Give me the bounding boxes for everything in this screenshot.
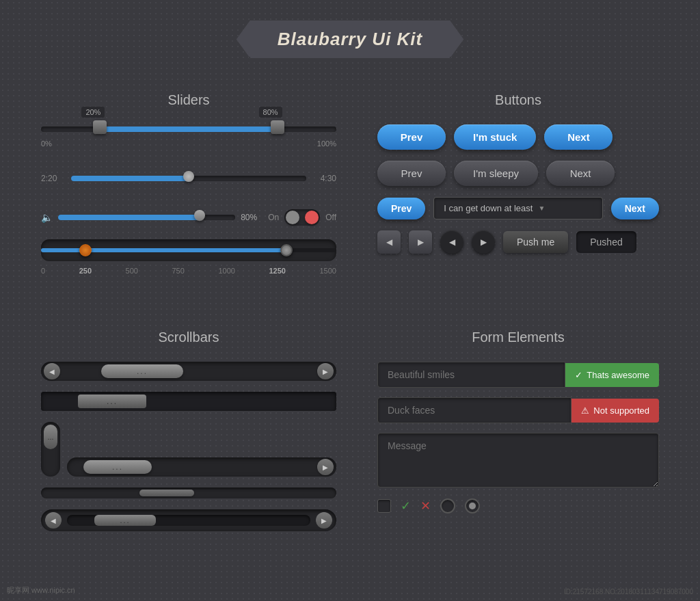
scrollbar-thin-row — [41, 488, 336, 498]
volume-slider-wrap — [58, 213, 235, 222]
banner-section: Blaubarry Ui Kit — [0, 0, 700, 72]
toggle-track[interactable] — [284, 209, 320, 226]
form-radio-empty[interactable] — [440, 498, 455, 513]
scrollbar-v-1: ... — [41, 422, 60, 477]
range-thumb-gray[interactable] — [280, 244, 293, 256]
btn-row-2: Prev I'm sleepy Next — [377, 161, 659, 186]
slider-range-row: 20% 80% 0% 100% — [41, 124, 336, 148]
volume-percent: 80% — [241, 213, 262, 222]
scrollbar-h-2-row: ... — [41, 392, 336, 411]
volume-track — [58, 215, 235, 220]
slider-thumb-1a[interactable]: 20% — [93, 120, 107, 134]
slider-thumb-1b[interactable]: 80% — [271, 120, 284, 134]
slider-fill-2 — [71, 176, 189, 181]
scrollbar-h-3-track: ... — [70, 457, 317, 477]
scrollbars-title: Scrollbars — [41, 330, 336, 345]
audio-progress-track: ... — [67, 515, 310, 526]
form-radio-filled[interactable] — [465, 498, 480, 513]
sleepy-button[interactable]: I'm sleepy — [454, 161, 538, 186]
slider-label-20: 20% — [81, 107, 105, 118]
toggle-wrap: On Off — [268, 209, 336, 226]
scrollbar-h-1-track: ... — [60, 362, 317, 381]
range-label-500: 500 — [126, 267, 138, 275]
form-section: Form Elements ✓ Thats awesome ⚠ Not supp… — [350, 316, 673, 563]
slider-fill-1 — [100, 126, 277, 132]
next-button-3[interactable]: Next — [611, 198, 659, 219]
btn-row-3: Prev I can get down at least ▼ Next — [377, 197, 659, 219]
scrollbar-h-thumb-2[interactable]: ... — [78, 395, 146, 408]
btn-row-1: Prev I'm stuck Next — [377, 124, 659, 150]
scrollbar-h-thumb-3[interactable]: ... — [83, 460, 152, 474]
scrollbar-arrow-right-1[interactable]: ▶ — [317, 363, 334, 379]
slider-max-1: 100% — [317, 139, 336, 148]
form-checkmark-green[interactable]: ✓ — [401, 498, 411, 513]
form-badge-green: ✓ Thats awesome — [565, 363, 659, 387]
audio-thumb[interactable]: ... — [94, 515, 156, 526]
form-badge-green-text: Thats awesome — [587, 370, 649, 380]
audio-prev-btn[interactable]: ◀ — [45, 512, 62, 529]
buttons-title: Buttons — [377, 92, 659, 108]
form-controls-row: ✓ ✕ — [377, 498, 659, 513]
range-thumb-orange[interactable] — [79, 244, 92, 256]
pushed-button[interactable]: Pushed — [576, 231, 636, 253]
prev-button-3[interactable]: Prev — [377, 198, 425, 219]
dark-range-row: 0 250 500 750 1000 1250 1500 — [41, 239, 336, 275]
form-row-2: ⚠ Not supported — [377, 397, 659, 423]
audio-dots: ... — [120, 516, 130, 524]
scrollbar-h-1-row: ◀ ... ▶ — [41, 362, 336, 381]
scrollbar-h-3-wrap: ... ▶ — [67, 422, 336, 477]
range-label-1500: 1500 — [319, 267, 336, 275]
scrollbar-h-thumb-1[interactable]: ... — [101, 364, 183, 378]
form-input-1[interactable] — [377, 362, 565, 388]
toggle-knob-off — [305, 211, 319, 224]
prev-button-2[interactable]: Prev — [377, 161, 446, 186]
audio-next-btn[interactable]: ▶ — [316, 512, 332, 529]
scrollbar-dots-3: ... — [112, 462, 123, 472]
scrollbars-section: Scrollbars ◀ ... ▶ ... — [27, 316, 350, 563]
slider-labels-1: 0% 100% — [41, 139, 336, 148]
form-radio-dot — [469, 503, 476, 509]
form-title: Form Elements — [377, 330, 659, 345]
scrollbar-audio: ◀ ... ▶ — [41, 509, 336, 531]
scrollbar-pair-row: ... ... ▶ — [41, 422, 336, 477]
range-slider-wrap — [41, 239, 336, 261]
nav-prev-1[interactable]: ◀ — [377, 230, 401, 254]
range-label-1250: 1250 — [269, 267, 285, 275]
form-badge-red-text: Not supported — [593, 405, 649, 416]
scrollbar-h-3: ... ▶ — [67, 457, 336, 477]
range-label-250: 250 — [79, 267, 92, 275]
slider-min-1: 0% — [41, 139, 52, 148]
volume-fill — [58, 215, 200, 220]
slider-track-1 — [41, 126, 336, 132]
next-button-2[interactable]: Next — [546, 161, 615, 186]
stuck-button[interactable]: I'm stuck — [454, 124, 536, 150]
form-checkmark-red[interactable]: ✕ — [420, 498, 431, 513]
scrollbar-h-1: ◀ ... ▶ — [41, 362, 336, 381]
scrollbar-thin-thumb[interactable] — [139, 490, 194, 496]
slider-range-track-wrap: 20% 80% — [41, 124, 336, 134]
dropdown-button[interactable]: I can get down at least ▼ — [433, 197, 602, 219]
scrollbar-v-thumb-1[interactable]: ... — [44, 425, 57, 449]
scrollbar-thin-1 — [41, 488, 336, 498]
scrollbar-audio-row: ◀ ... ▶ — [41, 509, 336, 531]
range-label-1000: 1000 — [218, 267, 234, 275]
scrollbar-arrow-left-1[interactable]: ◀ — [44, 363, 60, 379]
nav-prev-2[interactable]: ◀ — [440, 230, 463, 254]
prev-button-1[interactable]: Prev — [377, 124, 446, 150]
nav-next-2[interactable]: ▶ — [472, 230, 495, 254]
dropdown-arrow-icon: ▼ — [538, 204, 545, 212]
slider-time-row: 2:20 4:30 — [41, 168, 336, 189]
sliders-title: Sliders — [41, 92, 336, 108]
slider-thumb-2[interactable] — [183, 171, 194, 182]
push-me-button[interactable]: Push me — [503, 231, 568, 253]
slider-time-track — [71, 174, 306, 183]
nav-next-1[interactable]: ▶ — [409, 230, 432, 254]
volume-icon: 🔈 — [41, 212, 53, 223]
form-input-2[interactable] — [377, 397, 571, 423]
form-row-1: ✓ Thats awesome — [377, 362, 659, 388]
next-button-1[interactable]: Next — [544, 124, 612, 150]
scrollbar-arrow-right-3[interactable]: ▶ — [317, 459, 334, 475]
form-textarea[interactable] — [377, 433, 659, 488]
form-checkbox[interactable] — [377, 499, 391, 513]
toggle-on-label: On — [268, 213, 279, 222]
